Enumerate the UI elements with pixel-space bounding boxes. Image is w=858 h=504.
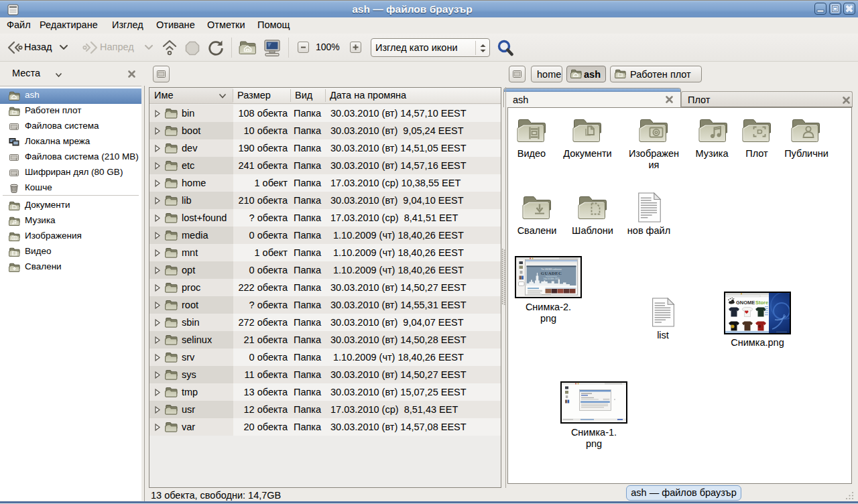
svg-text:GUADEC: GUADEC xyxy=(541,271,562,275)
svg-text:GNOME: GNOME xyxy=(736,300,755,306)
svg-text:Store: Store xyxy=(755,300,768,306)
svg-text:The GNOME conference: The GNOME conference xyxy=(541,268,562,271)
svg-text:July 24-30th, 2010: July 24-30th, 2010 xyxy=(544,277,560,280)
